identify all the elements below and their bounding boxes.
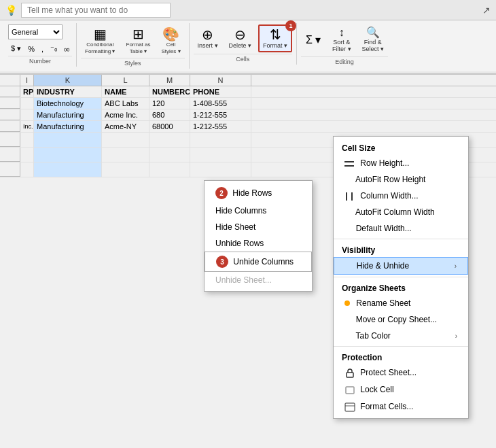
cell-3-i[interactable]: Inc. NYSE: ACM xyxy=(20,121,34,132)
separator-2 xyxy=(334,277,468,277)
cell-3-n[interactable]: 1-212-555 xyxy=(190,121,251,132)
row-header-0 xyxy=(0,86,20,97)
cell-3-m[interactable]: 68000 xyxy=(149,121,190,132)
percent-button[interactable]: % xyxy=(25,44,37,54)
delete-button[interactable]: ⊖ Delete ▾ xyxy=(225,25,256,52)
autofit-column-width-item[interactable]: AutoFit Column Width xyxy=(334,204,468,220)
styles-group: ▦ ConditionalFormatting ▾ ⊞ Format asTab… xyxy=(77,23,190,69)
svg-rect-6 xyxy=(345,403,355,411)
delete-label: Delete ▾ xyxy=(229,42,252,50)
cell-3-l[interactable]: Acme-NY xyxy=(102,121,149,132)
cell-2-m[interactable]: 680 xyxy=(149,109,190,120)
cell-0-m[interactable]: NUMBERC xyxy=(149,86,190,97)
cell-3-k[interactable]: Manufacturing xyxy=(34,121,102,132)
insert-button[interactable]: ⊕ Insert ▾ xyxy=(194,25,222,52)
cells-group: ⊕ Insert ▾ ⊖ Delete ▾ ⇅ Format ▾ 1 Cells xyxy=(190,23,298,65)
format-cells-icon xyxy=(344,402,355,412)
col-header-n[interactable]: N xyxy=(190,75,251,86)
svg-rect-0 xyxy=(344,161,354,162)
sort-filter-label: Sort &Filter ▾ xyxy=(332,39,351,54)
number-group-label: Number xyxy=(8,56,72,67)
col-header-k[interactable]: K xyxy=(34,75,102,86)
number-group: General $ ▾ % , ⁻₀ ₀₀ Number xyxy=(4,23,77,67)
col-header-row-num xyxy=(0,75,20,86)
column-headers: I K L M N xyxy=(0,75,496,86)
rename-sheet-item[interactable]: Rename Sheet xyxy=(334,295,468,311)
organize-sheets-header: Organize Sheets xyxy=(334,279,468,295)
ribbon-bottom xyxy=(0,71,496,74)
find-select-button[interactable]: 🔍 Find &Select ▾ xyxy=(358,24,389,55)
default-width-item[interactable]: Default Width... xyxy=(334,220,468,237)
column-width-item[interactable]: Column Width... xyxy=(334,188,468,204)
row-header-1 xyxy=(0,98,20,109)
cell-styles-button[interactable]: 🎨 CellStyles ▾ xyxy=(158,24,185,56)
cell-1-i[interactable] xyxy=(20,98,34,109)
cell-1-k[interactable]: Biotechnology xyxy=(34,98,102,109)
top-toolbar: 💡 ↗ xyxy=(0,0,496,20)
cell-styles-label: CellStyles ▾ xyxy=(162,41,181,54)
comma-button[interactable]: , xyxy=(39,44,46,54)
badge-1: 1 xyxy=(285,20,296,31)
svg-rect-3 xyxy=(351,192,353,201)
cell-0-n[interactable]: PHONE xyxy=(190,86,251,97)
sum-button[interactable]: Σ ▾ xyxy=(301,32,325,48)
visibility-header: Visibility xyxy=(334,241,468,257)
increase-decimal-button[interactable]: ₀₀ xyxy=(61,43,72,54)
cell-2-k[interactable]: Manufacturing xyxy=(34,109,102,120)
hide-sheet-menu-item[interactable]: Hide Sheet xyxy=(205,219,312,235)
currency-button[interactable]: $ ▾ xyxy=(8,43,24,54)
tell-me-input[interactable] xyxy=(21,3,171,18)
hide-unhide-arrow: › xyxy=(455,262,457,270)
move-copy-sheet-item[interactable]: Move or Copy Sheet... xyxy=(334,311,468,328)
row-height-item[interactable]: Row Height... xyxy=(334,155,468,171)
col-header-m[interactable]: M xyxy=(149,75,190,86)
hide-columns-menu-item[interactable]: Hide Columns xyxy=(205,203,312,219)
col-header-l[interactable]: L xyxy=(102,75,149,86)
row-height-icon xyxy=(344,160,355,168)
separator-3 xyxy=(334,346,468,347)
hide-unhide-item[interactable]: Hide & Unhide › xyxy=(334,257,468,275)
sheet-area: I K L M N RPTION INDUSTRY NAME NUMBERC P… xyxy=(0,75,496,177)
cell-2-l[interactable]: Acme Inc. xyxy=(102,109,149,120)
cell-1-l[interactable]: ABC Labs xyxy=(102,98,149,109)
hide-rows-menu-item[interactable]: 2 Hide Rows xyxy=(205,184,312,203)
col-width-icon xyxy=(344,192,355,201)
format-as-table-button[interactable]: ⊞ Format asTable ▾ xyxy=(122,24,155,56)
protect-sheet-icon xyxy=(344,368,355,378)
sort-filter-button[interactable]: ↕ Sort &Filter ▾ xyxy=(328,24,355,55)
cell-0-i[interactable]: RPTION xyxy=(20,86,34,97)
number-format-select[interactable]: General xyxy=(8,24,63,39)
cell-0-k[interactable]: INDUSTRY xyxy=(34,86,102,97)
orange-dot-icon xyxy=(344,300,350,306)
row-header-3 xyxy=(0,121,20,132)
cell-1-n[interactable]: 1-408-555 xyxy=(190,98,251,109)
table-row-3: Inc. NYSE: ACM Manufacturing Acme-NY 680… xyxy=(0,121,496,133)
tab-color-arrow: › xyxy=(455,332,457,340)
cell-0-l[interactable]: NAME xyxy=(102,86,149,97)
share-icon[interactable]: ↗ xyxy=(482,5,491,16)
lock-cell-item[interactable]: Lock Cell xyxy=(334,381,468,398)
table-row-2: Manufacturing Acme Inc. 680 1-212-555 xyxy=(0,109,496,121)
cell-2-i[interactable] xyxy=(20,109,34,120)
decrease-decimal-button[interactable]: ⁻₀ xyxy=(48,43,60,54)
lock-cell-icon xyxy=(344,385,355,395)
svg-rect-2 xyxy=(346,192,347,201)
svg-rect-4 xyxy=(347,373,353,377)
protection-header: Protection xyxy=(334,349,468,364)
svg-rect-5 xyxy=(346,387,354,394)
badge-2: 2 xyxy=(215,187,228,199)
unhide-sheet-menu-item[interactable]: Unhide Sheet... xyxy=(205,272,312,288)
conditional-formatting-button[interactable]: ▦ ConditionalFormatting ▾ xyxy=(81,24,119,56)
col-header-i[interactable]: I xyxy=(20,75,34,86)
autofit-row-height-item[interactable]: AutoFit Row Height xyxy=(334,171,468,188)
find-select-label: Find &Select ▾ xyxy=(362,39,385,54)
protect-sheet-item[interactable]: Protect Sheet... xyxy=(334,364,468,381)
unhide-rows-menu-item[interactable]: Unhide Rows xyxy=(205,235,312,252)
tab-color-item[interactable]: Tab Color › xyxy=(334,328,468,344)
cell-2-n[interactable]: 1-212-555 xyxy=(190,109,251,120)
sheet-header-data-row: RPTION INDUSTRY NAME NUMBERC PHONE xyxy=(0,86,496,98)
cell-1-m[interactable]: 120 xyxy=(149,98,190,109)
unhide-columns-menu-item[interactable]: 3 Unhide Columns xyxy=(205,252,312,272)
format-cells-item[interactable]: Format Cells... xyxy=(334,398,468,415)
editing-group-label: Editing xyxy=(301,56,388,67)
